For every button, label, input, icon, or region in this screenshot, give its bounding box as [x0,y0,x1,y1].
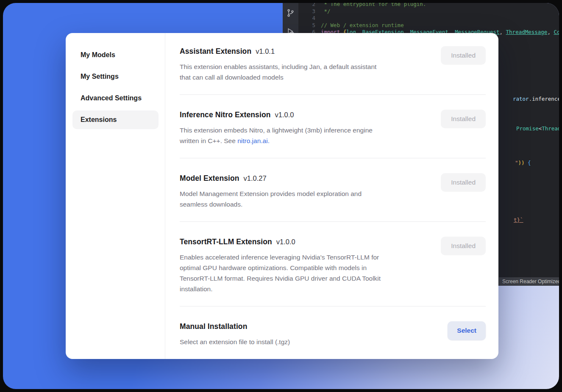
sidebar-item-my-settings[interactable]: My Settings [72,67,159,86]
select-file-button[interactable]: Select [448,321,486,340]
extension-description: Model Management Extension provides mode… [180,188,362,210]
extension-version: v1.0.0 [275,111,294,119]
settings-modal: My Models My Settings Advanced Settings … [66,33,498,359]
extension-title: TensortRT-LLM Extension [180,237,272,246]
extension-row-manual-installation: Manual Installation Select an extension … [180,306,486,359]
code-lines: 2 * The entrypoint for the plugin.3 */45… [298,3,559,36]
sidebar-item-my-models[interactable]: My Models [72,46,159,64]
settings-sidebar: My Models My Settings Advanced Settings … [66,33,165,359]
extension-description: This extension embeds Nitro, a lightweig… [180,125,373,146]
extensions-list: Assistant Extension v1.0.1 This extensio… [165,33,498,359]
desktop-background: 2 * The entrypoint for the plugin.3 */45… [0,0,562,392]
extension-title: Manual Installation [180,322,247,331]
extension-row-assistant: Assistant Extension v1.0.1 This extensio… [180,33,486,95]
screen-reader-status[interactable]: Screen Reader Optimized [499,277,559,286]
extension-description: Select an extension file to install (.tg… [180,337,290,347]
extension-title: Model Extension [180,174,239,183]
installed-button[interactable]: Installed [441,110,486,128]
installed-button[interactable]: Installed [441,173,486,192]
extension-title: Assistant Extension [180,47,251,56]
source-control-icon[interactable] [286,8,295,17]
extension-row-tensorrt-llm: TensortRT-LLM Extension v1.0.0 Enables a… [180,222,486,306]
nitro-jan-ai-link[interactable]: nitro.jan.ai. [237,137,270,144]
sidebar-item-advanced-settings[interactable]: Advanced Settings [72,89,159,108]
extension-version: v1.0.27 [244,174,267,182]
extension-version: v1.0.1 [256,47,275,55]
installed-button[interactable]: Installed [441,237,486,255]
sidebar-item-extensions[interactable]: Extensions [72,110,159,129]
extension-description: Enables accelerated inference leveraging… [180,252,381,294]
extension-description: This extension enables assistants, inclu… [180,61,376,83]
code-fragment-template-string: t}` [514,217,523,224]
extension-title: Inference Nitro Extension [180,110,271,119]
code-fragment-inference: rator.inference(data)); [513,96,559,103]
extension-row-inference-nitro: Inference Nitro Extension v1.0.0 This ex… [180,95,486,158]
code-fragment-promise: Promise<ThreadMessage> [516,125,559,133]
app-window: 2 * The entrypoint for the plugin.3 */45… [3,3,559,389]
extension-row-model: Model Extension v1.0.27 Model Management… [180,158,486,222]
code-fragment-brace: ")) { [515,160,531,167]
extension-version: v1.0.0 [276,238,295,246]
installed-button[interactable]: Installed [441,46,486,65]
